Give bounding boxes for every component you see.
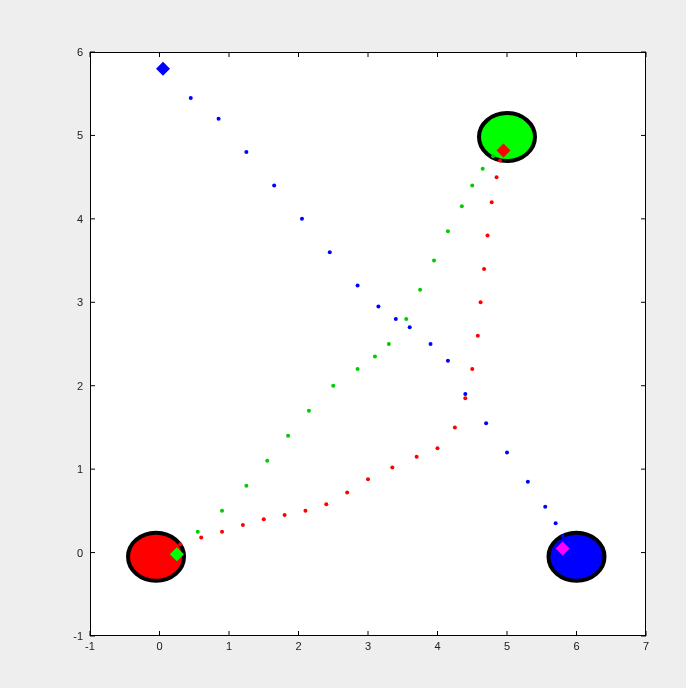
- trail-dot: [491, 154, 495, 158]
- trail-dot: [300, 217, 304, 221]
- trail-dot: [554, 521, 558, 525]
- trail-dot: [331, 384, 335, 388]
- agent-marker: [549, 533, 605, 581]
- ytick-label: 3: [53, 296, 83, 308]
- ytick-label: -1: [53, 630, 83, 642]
- xtick-label: 5: [492, 640, 522, 652]
- trail-dot: [387, 342, 391, 346]
- trail-dot: [561, 534, 565, 538]
- xtick-label: 3: [353, 640, 383, 652]
- trail-dot: [495, 175, 499, 179]
- trail-dot: [324, 502, 328, 506]
- ytick-label: 6: [53, 46, 83, 58]
- trail-dot: [476, 334, 480, 338]
- trail-dot: [196, 530, 200, 534]
- trail-dot: [404, 317, 408, 321]
- trail-dot: [505, 450, 509, 454]
- trail-dot: [283, 513, 287, 517]
- ytick-label: 4: [53, 213, 83, 225]
- trail-dot: [479, 300, 483, 304]
- trail-dot: [463, 392, 467, 396]
- trail-dot: [199, 536, 203, 540]
- trail-dot: [482, 267, 486, 271]
- trail-dot: [415, 455, 419, 459]
- trail-dot: [470, 367, 474, 371]
- trail-dot: [490, 200, 494, 204]
- trail-dot: [220, 530, 224, 534]
- trail-dot: [356, 284, 360, 288]
- xtick-label: 1: [214, 640, 244, 652]
- plot-area: [90, 52, 646, 636]
- trail-dot: [272, 183, 276, 187]
- trail-dot: [328, 250, 332, 254]
- figure: -1 0 1 2 3 4 5 6 7 -1 0 1 2 3 4 5 6: [0, 0, 686, 688]
- trail-dot: [484, 421, 488, 425]
- trail-dot: [429, 342, 433, 346]
- trail-dot: [178, 542, 182, 546]
- trail-dot: [262, 517, 266, 521]
- trail-dot: [244, 484, 248, 488]
- trail-dot: [470, 183, 474, 187]
- trail-dot: [481, 167, 485, 171]
- trail-dot: [446, 359, 450, 363]
- xtick-label: 6: [562, 640, 592, 652]
- ytick-label: 2: [53, 380, 83, 392]
- trail-dot: [460, 204, 464, 208]
- trail-dot: [526, 480, 530, 484]
- trail-dot: [390, 465, 394, 469]
- trail-dot: [241, 523, 245, 527]
- xtick-label: 0: [145, 640, 175, 652]
- ytick-label: 1: [53, 463, 83, 475]
- trail-dot: [244, 150, 248, 154]
- trail-dot: [408, 325, 412, 329]
- trail-dot: [345, 491, 349, 495]
- trail-dot: [303, 509, 307, 513]
- trail-dot: [453, 425, 457, 429]
- xtick-label: 7: [631, 640, 661, 652]
- ytick-label: 0: [53, 547, 83, 559]
- trail-dot: [217, 117, 221, 121]
- trail-dot: [436, 446, 440, 450]
- trail-dot: [286, 434, 290, 438]
- trail-dot: [366, 477, 370, 481]
- trail-dot: [498, 158, 502, 162]
- trail-dot: [394, 317, 398, 321]
- target-diamond: [156, 62, 170, 76]
- trail-dot: [432, 259, 436, 263]
- xtick-label: 4: [423, 640, 453, 652]
- trail-dot: [376, 304, 380, 308]
- trail-dot: [463, 396, 467, 400]
- trail-dot: [220, 509, 224, 513]
- trail-dot: [446, 229, 450, 233]
- trail-dot: [356, 367, 360, 371]
- trail-dot: [189, 96, 193, 100]
- trail-dot: [265, 459, 269, 463]
- ytick-label: 5: [53, 129, 83, 141]
- xtick-label: 2: [284, 640, 314, 652]
- trail-dot: [418, 288, 422, 292]
- trail-dot: [373, 355, 377, 359]
- trail-dot: [543, 505, 547, 509]
- trail-dot: [307, 409, 311, 413]
- trail-dot: [486, 234, 490, 238]
